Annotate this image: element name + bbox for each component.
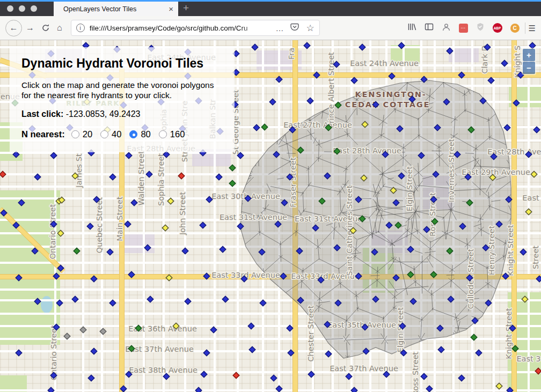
browser-tab[interactable]: OpenLayers Vector Tiles × bbox=[54, 2, 178, 16]
library-icon[interactable] bbox=[407, 23, 416, 33]
radio-label: 20 bbox=[83, 129, 92, 139]
account-icon[interactable] bbox=[442, 23, 451, 34]
voronoi-edge bbox=[15, 178, 23, 179]
description-line-1: Click on the map and generate the vorono… bbox=[21, 80, 214, 90]
voronoi-edge bbox=[76, 355, 82, 359]
radio-160[interactable] bbox=[159, 130, 167, 138]
voronoi-edge bbox=[193, 309, 208, 322]
voronoi-edge bbox=[252, 107, 277, 123]
voronoi-edge bbox=[69, 377, 73, 391]
pocket-icon[interactable] bbox=[290, 23, 299, 33]
zoom-window-button[interactable] bbox=[31, 5, 37, 12]
new-tab-button[interactable]: + bbox=[183, 2, 189, 14]
voronoi-edge bbox=[242, 282, 265, 300]
extension-red-dots-icon[interactable]: ⋯ bbox=[459, 24, 468, 33]
browser-toolbar: ← → ⌂ i file:///Users/pramsey/Code/go/sr… bbox=[0, 16, 541, 40]
voronoi-edge bbox=[202, 228, 224, 246]
site-info-icon[interactable]: i bbox=[76, 24, 85, 32]
tab-close-icon[interactable]: × bbox=[169, 5, 173, 13]
radio-20[interactable] bbox=[71, 130, 79, 138]
street-label: Chester Street bbox=[306, 305, 315, 361]
back-button[interactable]: ← bbox=[5, 20, 22, 36]
voronoi-edge bbox=[516, 109, 536, 124]
street-label: Ross Street bbox=[411, 352, 420, 392]
close-window-button[interactable] bbox=[7, 5, 13, 12]
hydrant-marker bbox=[72, 296, 78, 302]
voronoi-edge bbox=[204, 278, 228, 297]
radio-label: 40 bbox=[112, 129, 121, 139]
voronoi-edge bbox=[225, 258, 243, 271]
hydrant-marker bbox=[147, 296, 153, 302]
forward-button[interactable]: → bbox=[26, 24, 34, 32]
url-bar[interactable]: i file:///Users/pramsey/Code/go/src/gith… bbox=[71, 20, 320, 36]
zoom-out-button[interactable]: − bbox=[523, 62, 535, 74]
voronoi-edge bbox=[240, 145, 248, 150]
voronoi-edge bbox=[231, 318, 233, 338]
voronoi-edge bbox=[69, 206, 82, 220]
voronoi-edge bbox=[406, 376, 410, 387]
street-label: Knight Street bbox=[506, 225, 515, 276]
n-nearest-option-20[interactable]: 20 bbox=[71, 129, 92, 139]
url-text[interactable]: file:///Users/pramsey/Code/go/src/github… bbox=[90, 24, 272, 32]
hydrant-marker bbox=[222, 296, 229, 302]
voronoi-edge bbox=[32, 358, 40, 371]
voronoi-edge bbox=[92, 282, 115, 300]
voronoi-edge bbox=[72, 332, 105, 349]
voronoi-edge bbox=[57, 278, 79, 289]
voronoi-edge bbox=[478, 373, 482, 392]
voronoi-edge bbox=[68, 315, 83, 351]
voronoi-edge bbox=[220, 361, 221, 388]
street-label: East 24th Avenue bbox=[350, 59, 419, 68]
street-label: Walden Street bbox=[137, 151, 145, 206]
adblock-plus-icon[interactable]: ABP bbox=[493, 23, 502, 33]
radio-40[interactable] bbox=[100, 130, 108, 138]
last-click-label: Last click: bbox=[21, 109, 63, 119]
hydrant-marker bbox=[496, 383, 502, 389]
hydrant-marker bbox=[48, 387, 54, 392]
hydrant-marker bbox=[182, 248, 188, 254]
voronoi-edge bbox=[442, 367, 443, 387]
map-canvas[interactable]: East 24th AvenueEast 24th AvenueEast 27t… bbox=[0, 40, 541, 392]
bookmark-star-icon[interactable]: ☆ bbox=[306, 23, 314, 34]
n-nearest-option-160[interactable]: 160 bbox=[159, 129, 185, 139]
voronoi-edge bbox=[127, 179, 136, 180]
minimize-window-button[interactable] bbox=[19, 5, 25, 12]
hydrant-marker bbox=[200, 222, 206, 228]
hydrant-marker bbox=[125, 221, 131, 227]
radio-80[interactable] bbox=[129, 130, 137, 138]
street-label: Sophia Street bbox=[157, 153, 165, 206]
reload-icon bbox=[41, 24, 50, 32]
voronoi-edge bbox=[164, 253, 170, 253]
hydrant-marker bbox=[0, 171, 6, 177]
n-nearest-option-40[interactable]: 40 bbox=[100, 129, 121, 139]
extension-c-icon[interactable]: C bbox=[510, 24, 520, 33]
voronoi-edge bbox=[130, 165, 132, 186]
home-button[interactable]: ⌂ bbox=[57, 24, 62, 32]
place-label: KENSINGTON- bbox=[355, 90, 426, 99]
radio-label: 80 bbox=[141, 129, 150, 139]
voronoi-edge bbox=[222, 165, 251, 174]
street-label: Main Street bbox=[115, 196, 124, 241]
voronoi-edge bbox=[77, 190, 78, 210]
voronoi-edge bbox=[109, 361, 113, 366]
voronoi-edge bbox=[84, 353, 91, 354]
reload-button[interactable] bbox=[41, 24, 50, 32]
street-label: Elgin Street bbox=[405, 166, 414, 212]
voronoi-edge bbox=[252, 84, 258, 91]
street-label: Fraser Street bbox=[289, 157, 297, 208]
voronoi-edge bbox=[74, 209, 77, 215]
shield-extension-icon[interactable] bbox=[476, 23, 485, 34]
hydrant-marker bbox=[88, 375, 94, 381]
sidebar-icon[interactable] bbox=[425, 23, 434, 33]
voronoi-edge bbox=[232, 355, 257, 371]
n-nearest-option-80[interactable]: 80 bbox=[129, 129, 150, 139]
voronoi-edge bbox=[269, 308, 283, 323]
street-label: John Street bbox=[178, 192, 187, 236]
zoom-in-button[interactable]: + bbox=[523, 49, 535, 61]
page-actions-icon[interactable]: … bbox=[275, 24, 283, 33]
window-controls bbox=[7, 5, 37, 12]
voronoi-edge bbox=[442, 372, 450, 392]
hydrant-marker bbox=[195, 387, 202, 392]
street-label: East 38th Avenue bbox=[129, 366, 198, 374]
menu-button[interactable]: ☰ bbox=[529, 24, 536, 32]
